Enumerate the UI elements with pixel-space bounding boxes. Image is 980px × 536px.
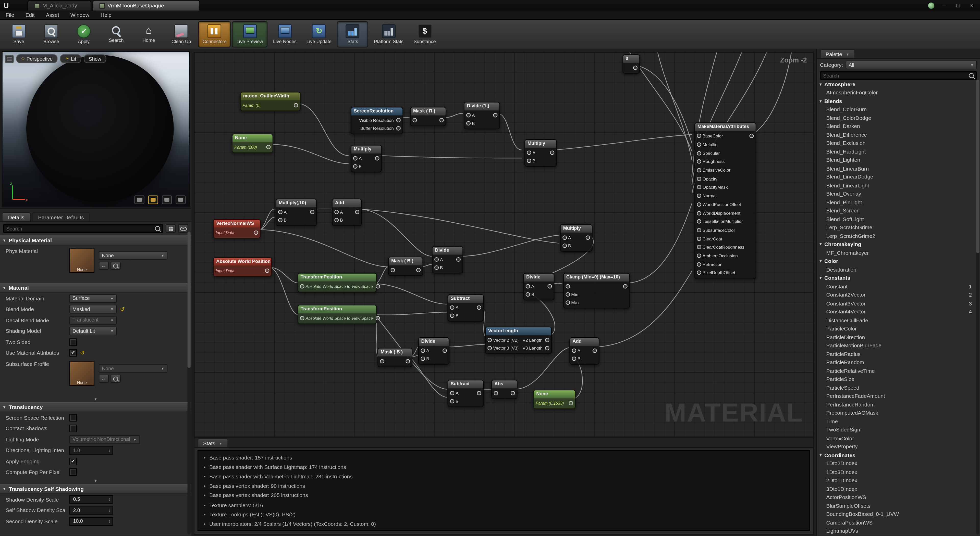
palette-item-1dto3dindex[interactable]: 1Dto3DIndex (817, 468, 976, 476)
palette-item-actorpositionws[interactable]: ActorPositionWS (817, 493, 976, 501)
input-pin[interactable] (697, 228, 701, 232)
input-pin[interactable] (697, 202, 701, 206)
palette-item-blend-colordodge[interactable]: Blend_ColorDodge (817, 114, 976, 122)
output-pin[interactable] (477, 391, 481, 395)
palette-item-constant2vector[interactable]: Constant2Vector2 (817, 291, 976, 299)
palette-item-desaturation[interactable]: Desaturation (817, 265, 976, 274)
graph-node-subtract-16[interactable]: SubtractAB (447, 294, 484, 322)
palette-item-time[interactable]: Time (817, 417, 976, 426)
graph-node-divide-1-4[interactable]: Divide (1,)AB (464, 102, 500, 129)
asset-thumbnail[interactable]: None (69, 361, 94, 386)
output-pin[interactable] (375, 316, 380, 320)
input-pin[interactable] (300, 284, 304, 289)
palette-item-3dto1dindex[interactable]: 3Dto1DIndex (817, 485, 976, 493)
output-pin[interactable] (396, 126, 401, 130)
section-header[interactable]: ▼Material (0, 283, 191, 293)
input-pin[interactable] (487, 346, 492, 350)
input-pin[interactable] (466, 113, 471, 117)
output-pin[interactable] (294, 103, 298, 107)
graph-node-multiply-17[interactable]: MultiplyAB (560, 224, 592, 252)
input-pin[interactable] (334, 210, 339, 214)
number-field-shadow-density-scale[interactable]: 0.5↕ (69, 495, 113, 504)
palette-item-viewproperty[interactable]: ViewProperty (817, 442, 976, 451)
close-button[interactable]: × (967, 2, 976, 8)
unreal-logo-icon[interactable]: U (0, 0, 13, 11)
browse-to-asset-button[interactable] (110, 262, 121, 270)
palette-search-input[interactable] (823, 73, 969, 78)
palette-item-particlespeed[interactable]: ParticleSpeed (817, 384, 976, 392)
palette-item-lerp-scratchgrime2[interactable]: Lerp_ScratchGrime2 (817, 232, 976, 240)
output-pin[interactable] (623, 284, 628, 289)
scrollbar-thumb[interactable] (188, 232, 191, 368)
output-pin[interactable] (265, 268, 269, 273)
graph-node-add-9[interactable]: AddAB (332, 199, 362, 226)
palette-item-blend-exclusion[interactable]: Blend_Exclusion (817, 139, 976, 147)
graph-node-0-0[interactable]: 0 (622, 54, 640, 74)
graph-node-mask-b-14[interactable]: Mask ( B ) (388, 257, 423, 276)
palette-item-blend-hardlight[interactable]: Blend_HardLight (817, 147, 976, 156)
use-selected-asset-button[interactable]: ← (99, 262, 109, 270)
palette-group-chromakeying[interactable]: ▼Chromakeying (817, 240, 976, 249)
input-pin[interactable] (572, 357, 576, 361)
input-pin[interactable] (563, 235, 567, 240)
output-pin[interactable] (633, 65, 638, 70)
graph-node-divide-18[interactable]: DivideAB (523, 273, 554, 300)
section-header[interactable]: ▼Translucency (0, 402, 191, 412)
preview-viewport[interactable]: ◇Perspective☀LitShow z x (2, 51, 190, 207)
reset-to-default-icon[interactable]: ↺ (80, 350, 84, 356)
viewport-button-lit[interactable]: ☀Lit (60, 54, 81, 63)
asset-dropdown-phys-material[interactable]: None▼ (99, 251, 167, 260)
input-pin[interactable] (450, 399, 454, 403)
palette-item-precomputedaomask[interactable]: PrecomputedAOMask (817, 409, 976, 417)
toolbar-search[interactable]: Search (100, 21, 132, 48)
palette-item-blend-lineardodge[interactable]: Blend_LinearDodge (817, 173, 976, 181)
reset-to-default-icon[interactable]: ↺ (120, 306, 124, 312)
input-pin[interactable] (466, 121, 471, 125)
graph-node-vectorlength-20[interactable]: VectorLengthVector 2 (V2)V2 LengthVector… (485, 327, 552, 354)
toolbar-stats[interactable]: Stats (337, 21, 368, 48)
palette-item-particleradius[interactable]: ParticleRadius (817, 350, 976, 358)
output-pin[interactable] (396, 118, 401, 122)
palette-item-blursampleoffsets[interactable]: BlurSampleOffsets (817, 501, 976, 510)
palette-item-constant[interactable]: Constant1 (817, 282, 976, 291)
number-field-self-shadow-density-sca[interactable]: 2.0↕ (69, 506, 113, 515)
input-pin[interactable] (353, 164, 358, 168)
output-pin[interactable] (375, 156, 379, 160)
graph-node-makematerialattributes-27[interactable]: MakeMaterialAttributesBaseColorMetallicS… (694, 122, 756, 279)
menu-file[interactable]: File (0, 12, 20, 18)
material-graph-canvas[interactable]: 0mtoon_OutlineWidthParam (0)ScreenResolu… (194, 52, 814, 437)
palette-item-camerapositionws[interactable]: CameraPositionWS (817, 519, 976, 527)
graph-node-absolute-world-position-11[interactable]: Absolute World PositionInput Data (213, 257, 272, 277)
dropdown-decal-blend-mode[interactable]: Translucent▼ (69, 316, 117, 325)
palette-item-constant4vector[interactable]: Constant4Vector4 (817, 308, 976, 316)
viewport-menu-icon[interactable] (5, 55, 14, 63)
toolbar-live-update[interactable]: Live Update (302, 21, 336, 48)
output-pin[interactable] (493, 113, 497, 117)
input-pin[interactable] (527, 159, 531, 163)
palette-item-particlemotionblurfade[interactable]: ParticleMotionBlurFade (817, 341, 976, 350)
checkbox-screen-space-reflection[interactable] (69, 414, 77, 421)
output-pin[interactable] (477, 306, 481, 310)
palette-item-twosidedsign[interactable]: TwoSidedSign (817, 426, 976, 434)
palette-item-atmosphericfogcolor[interactable]: AtmosphericFogColor (817, 89, 976, 97)
menu-edit[interactable]: Edit (20, 12, 40, 18)
section-expander-button[interactable]: ▼ (0, 396, 191, 402)
maximize-button[interactable]: □ (954, 2, 963, 8)
graph-node-abs-25[interactable]: Abs (491, 380, 517, 399)
input-pin[interactable] (450, 306, 454, 310)
graph-node-none-5[interactable]: NoneParam (200) (232, 133, 273, 153)
input-pin[interactable] (697, 271, 701, 275)
palette-group-blends[interactable]: ▼Blends (817, 97, 976, 105)
input-pin[interactable] (421, 357, 425, 361)
section-header[interactable]: ▼Translucency Self Shadowing (0, 484, 191, 494)
input-pin[interactable] (697, 254, 701, 258)
palette-item-particlecolor[interactable]: ParticleColor (817, 324, 976, 333)
palette-group-atmosphere[interactable]: ▼Atmosphere (817, 80, 976, 88)
output-pin[interactable] (254, 230, 258, 235)
palette-item-blend-linearlight[interactable]: Blend_LinearLight (817, 181, 976, 189)
input-pin[interactable] (697, 236, 701, 241)
section-expander-button[interactable]: ▼ (0, 477, 191, 484)
toolbar-apply[interactable]: Apply (68, 21, 99, 48)
input-pin[interactable] (450, 391, 454, 395)
viewport-button-perspective[interactable]: ◇Perspective (16, 54, 58, 63)
